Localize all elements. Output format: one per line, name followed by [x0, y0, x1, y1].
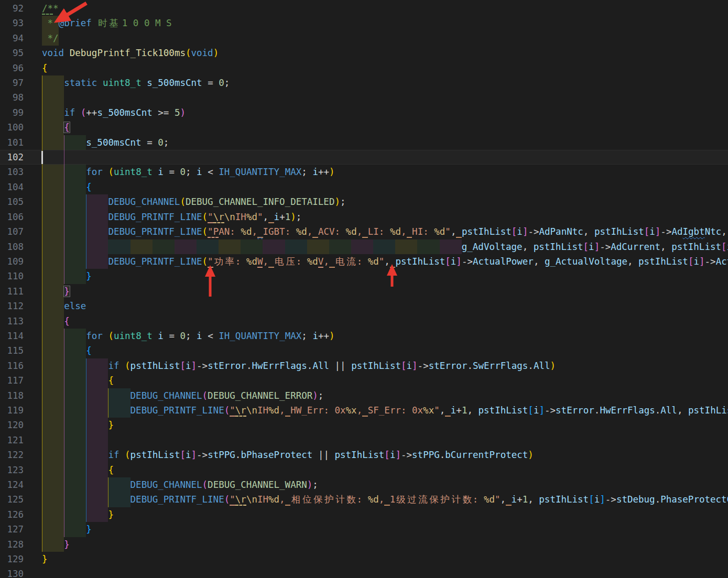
code-line[interactable]: 107 DEBUG_PRINTF_LINE("PAN: %d, IGBT: %d… — [0, 224, 728, 239]
line-number[interactable]: 102 — [0, 150, 24, 165]
line-number[interactable]: 96 — [0, 61, 24, 75]
token — [119, 361, 125, 371]
code-line[interactable]: 120 } — [0, 418, 728, 432]
line-number[interactable]: 109 — [0, 254, 24, 269]
code-line[interactable]: 108 g_AdVoltage, pstIhList[i]->AdCurrent… — [0, 239, 728, 254]
line-number[interactable]: 120 — [0, 418, 24, 432]
token: stPPG — [208, 450, 235, 460]
token: ; — [296, 212, 302, 222]
line-number[interactable]: 123 — [0, 463, 24, 477]
code-line[interactable]: 122 if (pstIhList[i]->stPPG.bPhaseProtec… — [0, 448, 728, 462]
line-number[interactable]: 106 — [0, 210, 24, 224]
token: 1 — [390, 494, 396, 505]
token — [285, 405, 291, 417]
line-number[interactable]: 98 — [0, 90, 24, 105]
code-line[interactable]: 102 — [0, 150, 728, 165]
line-number[interactable]: 115 — [0, 343, 24, 358]
code-line[interactable]: 119 DEBUG_PRINTF_LINE("\r\nIH%d, HW_Err:… — [0, 403, 728, 418]
line-number[interactable]: 118 — [0, 388, 24, 403]
token: pstIhList — [395, 256, 445, 267]
code-line[interactable]: 99 if (++s_500msCnt >= 5) — [0, 105, 728, 120]
line-number[interactable]: 94 — [0, 31, 24, 46]
code-line[interactable]: 95void DebugPrintf_Tick100ms(void) — [0, 46, 728, 60]
line-number[interactable]: 125 — [0, 492, 24, 507]
line-number[interactable]: 130 — [0, 566, 24, 578]
code-line[interactable]: 127 } — [0, 522, 728, 537]
line-number[interactable]: 112 — [0, 299, 24, 313]
code-text: /** — [42, 1, 59, 16]
line-number[interactable]: 111 — [0, 284, 24, 299]
code-line[interactable]: 104 { — [0, 180, 728, 194]
token: 0 — [158, 137, 164, 148]
line-number[interactable]: 113 — [0, 314, 24, 329]
token: ( — [81, 107, 86, 118]
code-line[interactable]: 128 } — [0, 537, 728, 552]
code-line[interactable]: 105 DEBUG_CHANNEL(DEBUG_CHANNEL_INFO_DET… — [0, 194, 728, 209]
line-number[interactable]: 99 — [0, 105, 24, 120]
code-line[interactable]: 125 DEBUG_PRINTF_LINE("\r\nIH%d, 相位保护计数:… — [0, 492, 728, 507]
code-text: } — [42, 269, 92, 283]
code-line[interactable]: 109 DEBUG_PRINTF_LINE("功率: %dW, 电压: %dV,… — [0, 254, 728, 269]
code-line[interactable]: 113 { — [0, 314, 728, 329]
token: AN: — [219, 226, 241, 237]
line-number[interactable]: 103 — [0, 165, 24, 179]
token: , — [534, 256, 545, 267]
code-text: if (pstIhList[i]->stPPG.bPhaseProtect ||… — [42, 448, 534, 462]
code-line[interactable]: 93 * @brief 时基100MS — [0, 16, 728, 30]
line-number[interactable]: 92 — [0, 1, 24, 16]
code-line[interactable]: 129} — [0, 552, 728, 566]
line-number[interactable]: 121 — [0, 433, 24, 448]
line-number[interactable]: 117 — [0, 373, 24, 388]
line-number[interactable]: 119 — [0, 403, 24, 418]
line-number[interactable]: 114 — [0, 329, 24, 343]
line-number[interactable]: 93 — [0, 16, 24, 30]
code-line[interactable]: 101 s_500msCnt = 0; — [0, 135, 728, 150]
token: %d — [268, 494, 279, 505]
code-line[interactable]: 123 { — [0, 463, 728, 477]
token: bCurrentProtect — [445, 450, 528, 460]
code-line[interactable]: 121 — [0, 433, 728, 448]
line-number[interactable]: 116 — [0, 358, 24, 373]
code-line[interactable]: 130 — [0, 566, 728, 578]
line-number[interactable]: 101 — [0, 135, 24, 150]
line-number[interactable]: 107 — [0, 224, 24, 239]
code-line[interactable]: 111 } — [0, 284, 728, 299]
code-line[interactable]: 94 */ — [0, 31, 728, 46]
code-line[interactable]: 124 DEBUG_CHANNEL(DEBUG_CHANNEL_WARN); — [0, 477, 728, 492]
code-line[interactable]: 115 { — [0, 343, 728, 358]
code-line[interactable]: 106 DEBUG_PRINTF_LINE("\r\nIH%d", i+1); — [0, 210, 728, 224]
code-line[interactable]: 100 { — [0, 120, 728, 135]
line-number[interactable]: 122 — [0, 448, 24, 462]
token: -> — [528, 226, 539, 237]
code-line[interactable]: 96{ — [0, 61, 728, 75]
code-line[interactable]: 116 if (pstIhList[i]->stError.HwErrFlags… — [0, 358, 728, 373]
code-line[interactable]: 97 static uint8_t s_500msCnt = 0; — [0, 75, 728, 90]
code-line[interactable]: 118 DEBUG_CHANNEL(DEBUG_CHANNEL_ERROR); — [0, 388, 728, 403]
token: ( — [125, 450, 131, 460]
token: %d — [368, 494, 379, 505]
code-line[interactable]: 92/** — [0, 1, 728, 16]
code-line[interactable]: 98 — [0, 90, 728, 105]
token: else — [64, 301, 86, 311]
editor-code-area[interactable]: 92/**93 * @brief 时基100MS94 */95void Debu… — [0, 1, 728, 578]
line-number[interactable]: 100 — [0, 120, 24, 135]
line-number[interactable]: 129 — [0, 552, 24, 566]
line-number[interactable]: 97 — [0, 75, 24, 90]
code-line[interactable]: 114 for (uint8_t i = 0; i < IH_QUANTITY_… — [0, 329, 728, 343]
line-number[interactable]: 104 — [0, 180, 24, 194]
code-line[interactable]: 103 for (uint8_t i = 0; i < IH_QUANTITY_… — [0, 165, 728, 179]
code-line[interactable]: 126 } — [0, 507, 728, 522]
code-text: } — [42, 552, 48, 566]
code-line[interactable]: 110 } — [0, 269, 728, 283]
line-number[interactable]: 95 — [0, 46, 24, 60]
line-number[interactable]: 124 — [0, 477, 24, 492]
line-number[interactable]: 126 — [0, 507, 24, 522]
code-line[interactable]: 117 { — [0, 373, 728, 388]
token: , — [357, 226, 363, 237]
code-line[interactable]: 112 else — [0, 299, 728, 313]
line-number[interactable]: 108 — [0, 239, 24, 254]
line-number[interactable]: 128 — [0, 537, 24, 552]
line-number[interactable]: 105 — [0, 194, 24, 209]
line-number[interactable]: 110 — [0, 269, 24, 283]
line-number[interactable]: 127 — [0, 522, 24, 537]
